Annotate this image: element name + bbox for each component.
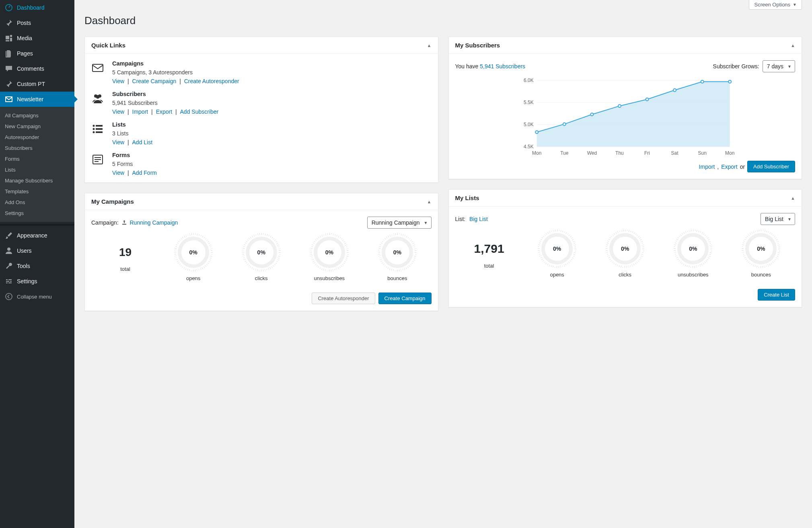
submenu-item[interactable]: Forms <box>0 153 74 164</box>
import-link[interactable]: Import <box>699 164 715 170</box>
gauge-value: 0% <box>621 246 629 252</box>
stat-label: bounces <box>727 272 795 278</box>
screen-options-toggle[interactable]: Screen Options ▼ <box>749 0 802 10</box>
submenu-item[interactable]: Templates <box>0 186 74 197</box>
create-campaign-button[interactable]: Create Campaign <box>378 293 432 304</box>
submenu-item[interactable]: New Campaign <box>0 121 74 132</box>
add-subscriber-button[interactable]: Add Subscriber <box>747 161 795 172</box>
or-text: or <box>740 164 745 170</box>
quicklink-action[interactable]: View <box>112 170 124 176</box>
quicklink-action[interactable]: Add List <box>132 139 153 145</box>
svg-text:Sun: Sun <box>698 150 706 156</box>
quicklink-row: Campaigns 5 Campaigns, 3 Autoresponders … <box>91 60 432 84</box>
submenu-item[interactable]: All Campaigns <box>0 110 74 121</box>
svg-point-29 <box>701 80 703 83</box>
stat-gauge: 0%clicks <box>227 237 295 281</box>
sidebar-item-tools[interactable]: Tools <box>0 258 74 274</box>
svg-rect-11 <box>96 128 103 130</box>
sidebar-item-pages[interactable]: Pages <box>0 46 74 61</box>
submenu-item[interactable]: Autoresponder <box>0 132 74 143</box>
stat-gauge: 0%unsubscribes <box>295 237 363 281</box>
gauge-value: 0% <box>689 246 697 252</box>
list-link[interactable]: Big List <box>469 216 488 222</box>
stat-label: clicks <box>591 272 659 278</box>
quicklink-action[interactable]: Add Subscriber <box>180 108 219 115</box>
export-link[interactable]: Export <box>721 164 737 170</box>
quicklink-sub: 5,941 Subscribers <box>112 100 218 106</box>
quicklink-action[interactable]: Export <box>156 108 172 115</box>
stat-gauge: 0%bounces <box>727 233 795 278</box>
sidebar-item-label: Appearance <box>17 232 47 239</box>
sidebar-item-users[interactable]: Users <box>0 243 74 258</box>
sidebar-item-label: Tools <box>17 263 30 269</box>
submenu-item[interactable]: Subscribers <box>0 143 74 153</box>
quicklink-heading: Subscribers <box>112 91 218 97</box>
quicklink-action[interactable]: Create Autoresponder <box>184 78 239 84</box>
submenu-item[interactable]: Lists <box>0 164 74 175</box>
quicklink-action[interactable]: View <box>112 139 124 145</box>
quicklink-action[interactable]: Import <box>132 108 148 115</box>
svg-text:Mon: Mon <box>532 150 541 156</box>
collapse-label: Collapse menu <box>17 294 52 300</box>
quicklink-action[interactable]: Create Campaign <box>132 78 177 84</box>
caret-up-icon: ▲ <box>791 196 795 201</box>
svg-point-12 <box>93 131 95 133</box>
panel-title: Quick Links <box>91 42 125 49</box>
stat-label: unsubscribes <box>295 275 363 281</box>
collapse-icon <box>5 293 13 301</box>
sidebar-item-comments[interactable]: Comments <box>0 61 74 76</box>
form-icon <box>91 153 104 166</box>
sidebar-item-posts[interactable]: Posts <box>0 15 74 31</box>
sidebar-item-newsletter[interactable]: Newsletter <box>0 92 74 107</box>
svg-point-24 <box>563 123 565 125</box>
stat-gauge: 0%unsubscribes <box>659 233 727 278</box>
svg-rect-4 <box>93 64 103 72</box>
svg-point-23 <box>535 131 538 133</box>
list-selector-label: List: Big List <box>455 216 488 222</box>
gauge-value: 0% <box>757 246 765 252</box>
sidebar-item-appearance[interactable]: Appearance <box>0 228 74 243</box>
submenu-item[interactable]: Manage Subscribers <box>0 175 74 186</box>
caret-down-icon: ▼ <box>793 2 797 7</box>
panel-my-lists: My Lists ▲ List: Big List Big List <box>448 189 802 307</box>
media-icon <box>5 34 13 42</box>
svg-text:5.5K: 5.5K <box>524 100 534 105</box>
subscriber-count-link[interactable]: 5,941 Subscribers <box>480 63 525 70</box>
campaign-link[interactable]: Running Campaign <box>130 219 178 226</box>
submenu-item[interactable]: Settings <box>0 208 74 219</box>
list-icon <box>91 123 104 135</box>
panel-head-my-campaigns[interactable]: My Campaigns ▲ <box>85 193 438 210</box>
svg-text:5.0K: 5.0K <box>524 122 534 127</box>
list-select[interactable]: Big List <box>761 213 795 225</box>
gauge-value: 0% <box>325 249 333 256</box>
sidebar-item-label: Comments <box>17 65 44 72</box>
collapse-menu[interactable]: Collapse menu <box>0 289 74 304</box>
submenu-newsletter: All CampaignsNew CampaignAutoresponderSu… <box>0 107 74 222</box>
grows-select[interactable]: 7 days <box>763 60 795 72</box>
campaign-select[interactable]: Running Campaign <box>367 217 432 229</box>
quicklink-action[interactable]: View <box>112 108 124 115</box>
stat-label: bounces <box>363 275 431 281</box>
sidebar-item-media[interactable]: Media <box>0 31 74 46</box>
panel-head-my-lists[interactable]: My Lists ▲ <box>449 190 802 207</box>
stat-gauge: 0%opens <box>159 237 227 281</box>
caret-up-icon: ▲ <box>427 199 432 204</box>
panel-title: My Subscribers <box>455 42 500 49</box>
sidebar-item-dashboard[interactable]: Dashboard <box>0 0 74 15</box>
sidebar-item-label: Posts <box>17 20 31 26</box>
sidebar-item-settings[interactable]: Settings <box>0 274 74 289</box>
sidebar-item-label: Users <box>17 248 32 254</box>
svg-text:Mon: Mon <box>725 150 734 156</box>
panel-head-quick-links[interactable]: Quick Links ▲ <box>85 37 438 54</box>
quicklink-action[interactable]: View <box>112 78 124 84</box>
upload-icon <box>121 219 127 226</box>
create-list-button[interactable]: Create List <box>758 289 795 301</box>
quicklink-action[interactable]: Add Form <box>132 170 157 176</box>
panel-head-my-subscribers[interactable]: My Subscribers ▲ <box>449 37 802 54</box>
quicklink-row: Forms 5 Forms View | Add Form <box>91 152 432 176</box>
create-autoresponder-button[interactable]: Create Autoresponder <box>312 293 375 304</box>
submenu-item[interactable]: Add Ons <box>0 197 74 208</box>
sidebar-item-custom-pt[interactable]: Custom PT <box>0 76 74 92</box>
quicklink-sub: 5 Campaigns, 3 Autoresponders <box>112 69 239 76</box>
svg-rect-9 <box>96 125 103 127</box>
